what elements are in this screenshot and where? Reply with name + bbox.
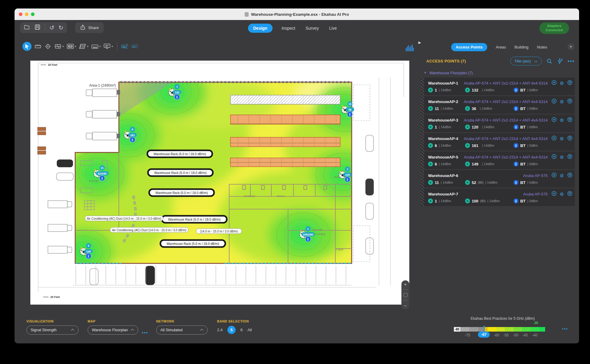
add-radio-icon[interactable]: [551, 80, 557, 86]
chevron-down-icon[interactable]: ▾: [99, 45, 101, 48]
add-radio-icon[interactable]: [551, 154, 557, 160]
select-tool[interactable]: [22, 42, 32, 51]
adapters-connected-button[interactable]: Adapters Connected: [539, 22, 569, 34]
canvas-zoom-controls[interactable]: + −: [401, 280, 409, 309]
placement-tool[interactable]: [44, 43, 52, 50]
ap-row[interactable]: WarehouseAP-3 Aruba AP-574 + ANT-2x2-231…: [421, 115, 575, 132]
save-icon[interactable]: [34, 24, 41, 32]
visualization-dropdown[interactable]: Signal Strength: [26, 326, 79, 335]
band-All[interactable]: All: [247, 328, 252, 332]
tab-access-points[interactable]: Access Points: [451, 43, 487, 51]
ap-model-link[interactable]: Aruba AP-574 + ANT-2x2-2314 + ANT-4x4-53…: [464, 81, 551, 85]
locate-on-map-icon[interactable]: [567, 154, 572, 160]
ap-model-link[interactable]: Aruba AP-575: [523, 173, 551, 178]
settings-gear-icon[interactable]: ⚙: [560, 99, 564, 104]
ap-model-link[interactable]: Aruba AP-574 + ANT-2x2-2314 + ANT-4x4-53…: [464, 118, 551, 122]
collapse-panel-button[interactable]: ▼: [568, 43, 574, 50]
sort-dropdown[interactable]: Title (asc): [510, 57, 542, 65]
chevron-down-icon[interactable]: ▾: [75, 45, 76, 48]
settings-gear-icon[interactable]: ⚙: [560, 118, 564, 122]
legend-color-scale[interactable]: -80: [454, 326, 545, 332]
chevron-down-icon[interactable]: ▾: [87, 45, 89, 48]
settings-gear-icon[interactable]: ⚙: [560, 136, 564, 141]
chevron-down-icon[interactable]: ▾: [62, 45, 64, 48]
floorplan-canvas[interactable]: Area-1 (2490m²)20 Feet20 FeetWarehouse R…: [30, 61, 409, 305]
access-point-tool[interactable]: ▾: [91, 43, 101, 50]
ap-row[interactable]: WarehouseAP-2 Aruba AP-574 + ANT-2x2-231…: [421, 96, 575, 114]
fit-to-screen-button[interactable]: [404, 293, 407, 297]
ai-channel-planner-tool[interactable]: CH: [131, 43, 139, 50]
auto-configure-icon[interactable]: [557, 58, 563, 64]
histogram-icon[interactable]: [405, 44, 414, 53]
tab-inspect[interactable]: Inspect: [280, 24, 297, 33]
search-icon[interactable]: [546, 58, 552, 64]
network-dropdown[interactable]: All Simulated: [156, 326, 208, 335]
warehouse-rack-label[interactable]: Warehouse Rack (5.0 m / 18.0 dB/m): [160, 240, 225, 247]
note-tool[interactable]: ▾: [103, 43, 113, 50]
band-6[interactable]: 6: [240, 328, 243, 332]
ap-row[interactable]: WarehouseAP-5 Aruba AP-574 + ANT-2x2-231…: [421, 152, 575, 169]
warehouse-rack-label[interactable]: Warehouse Rack (5.0 m / 18.0 dB/m): [162, 216, 227, 223]
zoom-in-button[interactable]: +: [404, 282, 407, 286]
band-5[interactable]: 5: [227, 326, 236, 334]
attenuation-db-tool[interactable]: dB▾: [67, 43, 76, 50]
ap-row[interactable]: WarehouseAP-1 Aruba AP-574 + ANT-2x2-231…: [421, 78, 575, 95]
locate-on-map-icon[interactable]: [567, 135, 572, 142]
legend-options-icon[interactable]: •••: [562, 326, 568, 331]
band-2.4[interactable]: 2.4: [217, 328, 223, 332]
tab-notes[interactable]: Notes: [537, 45, 547, 49]
ap-model-link[interactable]: Aruba AP-574 + ANT-2x2-2314 + ANT-4x4-53…: [464, 99, 551, 104]
ac-duct-label[interactable]: (14.0 m - 15.0 m / 3.0 dB/m): [196, 229, 242, 234]
traffic-lights[interactable]: [19, 12, 35, 16]
locate-on-map-icon[interactable]: [567, 172, 572, 179]
ap-model-link[interactable]: Aruba AP-575: [523, 192, 551, 196]
wall-tool[interactable]: ▾: [54, 43, 64, 50]
map-options-icon[interactable]: •••: [142, 330, 148, 335]
settings-gear-icon[interactable]: ⚙: [560, 155, 564, 159]
tab-areas[interactable]: Areas: [496, 45, 506, 49]
ap-row[interactable]: WarehouseAP-7 Aruba AP-575 ⚙ 6 1 | 14dBm…: [421, 189, 575, 206]
ap-model-link[interactable]: Aruba AP-574 + ANT-2x2-2314 + ANT-4x4-53…: [464, 155, 551, 159]
collapse-group-icon[interactable]: ▼: [424, 71, 427, 74]
floorplan-group-row[interactable]: ▼ Warehouse Floorplan (7): [421, 69, 579, 76]
legend-active-tick[interactable]: -67: [478, 332, 490, 338]
more-options-icon[interactable]: [568, 60, 574, 62]
settings-gear-icon[interactable]: ⚙: [560, 192, 564, 196]
ac-duct-label[interactable]: Air Conditioning (AC) Duct (14.0 m - 15.…: [110, 227, 188, 232]
settings-gear-icon[interactable]: ⚙: [560, 173, 564, 178]
warehouse-rack-label[interactable]: Warehouse Rack (5.0 m / 18.0 dB/m): [147, 150, 212, 157]
measure-tool[interactable]: [34, 43, 42, 50]
ap-row[interactable]: WarehouseAP-4 Aruba AP-574 + ANT-2x2-231…: [421, 133, 575, 151]
ap-model-link[interactable]: Aruba AP-574 + ANT-2x2-2314 + ANT-4x4-53…: [464, 136, 551, 141]
locate-on-map-icon[interactable]: [567, 99, 572, 105]
minimize-button[interactable]: [25, 12, 28, 16]
tab-live[interactable]: Live: [328, 24, 338, 33]
locate-on-map-icon[interactable]: [567, 80, 572, 86]
locate-on-map-icon[interactable]: [567, 117, 572, 123]
settings-gear-icon[interactable]: ⚙: [560, 81, 564, 85]
map-dropdown[interactable]: Warehouse Floorplan: [88, 326, 138, 335]
close-button[interactable]: [19, 12, 22, 16]
open-folder-icon[interactable]: [24, 24, 30, 32]
chevron-down-icon[interactable]: ▾: [112, 45, 113, 48]
add-radio-icon[interactable]: [551, 117, 557, 123]
ap-row[interactable]: WarehouseAP-6 Aruba AP-575 ⚙ 6 11 | 14dB…: [421, 170, 575, 188]
ac-duct-label[interactable]: Air Conditioning (AC) Duct (14.0 m - 15.…: [85, 216, 163, 221]
zoom-button[interactable]: [31, 12, 35, 16]
add-radio-icon[interactable]: [551, 99, 557, 105]
add-radio-icon[interactable]: [551, 135, 557, 142]
add-radio-icon[interactable]: [551, 191, 557, 197]
undo-icon[interactable]: ↺: [49, 25, 54, 31]
tab-building[interactable]: Building: [515, 45, 528, 49]
share-button[interactable]: Share: [75, 22, 104, 33]
area-hatch-tool[interactable]: ▾: [79, 43, 89, 50]
warehouse-rack-label[interactable]: Warehouse Rack (5.0 m / 18.0 dB/m): [148, 169, 213, 176]
zoom-out-button[interactable]: −: [404, 303, 407, 308]
add-radio-icon[interactable]: [551, 172, 557, 179]
locate-on-map-icon[interactable]: [567, 191, 572, 197]
tab-design[interactable]: Design: [248, 24, 273, 33]
warehouse-rack-label[interactable]: Warehouse Rack (5.0 m / 18.0 dB/m): [149, 189, 214, 196]
tab-survey[interactable]: Survey: [304, 24, 320, 33]
redo-icon[interactable]: ↻: [59, 25, 63, 31]
ai-ap-planner-tool[interactable]: [121, 43, 129, 50]
